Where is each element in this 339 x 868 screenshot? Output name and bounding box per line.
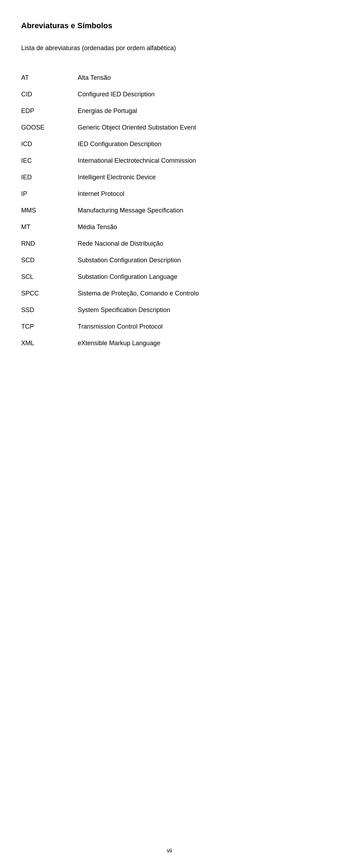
abbreviation-definition: eXtensible Markup Language — [78, 335, 318, 352]
abbreviation-definition: System Specification Description — [78, 302, 318, 318]
abbreviation-term: MT — [21, 219, 78, 235]
abbreviation-definition: Energias de Portugal — [78, 103, 318, 119]
subtitle: Lista de abreviaturas (ordenadas por ord… — [21, 44, 318, 52]
table-row: SCDSubstation Configuration Description — [21, 252, 318, 269]
abbreviation-term: MMS — [21, 202, 78, 219]
abbreviations-table: ATAlta TensãoCIDConfigured IED Descripti… — [21, 70, 318, 352]
abbreviation-definition: Manufacturing Message Specification — [78, 202, 318, 219]
abbreviation-definition: Generic Object Oriented Substation Event — [78, 119, 318, 136]
abbreviation-definition: Média Tensão — [78, 219, 318, 235]
abbreviation-term: GOOSE — [21, 119, 78, 136]
abbreviation-term: EDP — [21, 103, 78, 119]
table-row: SCLSubstation Configuration Language — [21, 269, 318, 285]
table-row: IPInternet Protocol — [21, 186, 318, 202]
page-title: Abreviaturas e Símbolos — [21, 21, 318, 30]
abbreviation-definition: Configured IED Description — [78, 86, 318, 103]
abbreviation-term: IED — [21, 169, 78, 186]
table-row: IEDIntelligent Electronic Device — [21, 169, 318, 186]
abbreviation-term: SCD — [21, 252, 78, 269]
abbreviation-definition: International Electrotechnical Commissio… — [78, 152, 318, 169]
abbreviation-term: CID — [21, 86, 78, 103]
table-row: ATAlta Tensão — [21, 70, 318, 86]
abbreviation-term: IP — [21, 186, 78, 202]
abbreviation-term: RND — [21, 235, 78, 252]
abbreviation-definition: Rede Nacional de Distribuição — [78, 235, 318, 252]
abbreviation-term: AT — [21, 70, 78, 86]
table-row: ICDIED Configuration Description — [21, 136, 318, 152]
table-row: SPCCSistema de Proteção, Comando e Contr… — [21, 285, 318, 302]
abbreviation-term: XML — [21, 335, 78, 352]
abbreviation-term: SSD — [21, 302, 78, 318]
table-row: MMSManufacturing Message Specification — [21, 202, 318, 219]
abbreviation-definition: Sistema de Proteção, Comando e Controlo — [78, 285, 318, 302]
abbreviation-definition: IED Configuration Description — [78, 136, 318, 152]
table-row: IECInternational Electrotechnical Commis… — [21, 152, 318, 169]
page-container: Abreviaturas e Símbolos Lista de abrevia… — [0, 0, 339, 380]
table-row: SSDSystem Specification Description — [21, 302, 318, 318]
abbreviation-definition: Substation Configuration Language — [78, 269, 318, 285]
table-row: EDPEnergias de Portugal — [21, 103, 318, 119]
abbreviation-definition: Substation Configuration Description — [78, 252, 318, 269]
abbreviation-term: IEC — [21, 152, 78, 169]
abbreviation-term: TCP — [21, 318, 78, 335]
abbreviation-term: SPCC — [21, 285, 78, 302]
abbreviation-term: ICD — [21, 136, 78, 152]
table-row: XMLeXtensible Markup Language — [21, 335, 318, 352]
abbreviation-definition: Internet Protocol — [78, 186, 318, 202]
table-row: RNDRede Nacional de Distribuição — [21, 235, 318, 252]
table-row: TCPTransmission Control Protocol — [21, 318, 318, 335]
page-number: vii — [167, 848, 172, 854]
abbreviation-definition: Transmission Control Protocol — [78, 318, 318, 335]
abbreviation-definition: Intelligent Electronic Device — [78, 169, 318, 186]
abbreviation-definition: Alta Tensão — [78, 70, 318, 86]
abbreviation-term: SCL — [21, 269, 78, 285]
table-row: GOOSEGeneric Object Oriented Substation … — [21, 119, 318, 136]
table-row: CIDConfigured IED Description — [21, 86, 318, 103]
table-row: MTMédia Tensão — [21, 219, 318, 235]
